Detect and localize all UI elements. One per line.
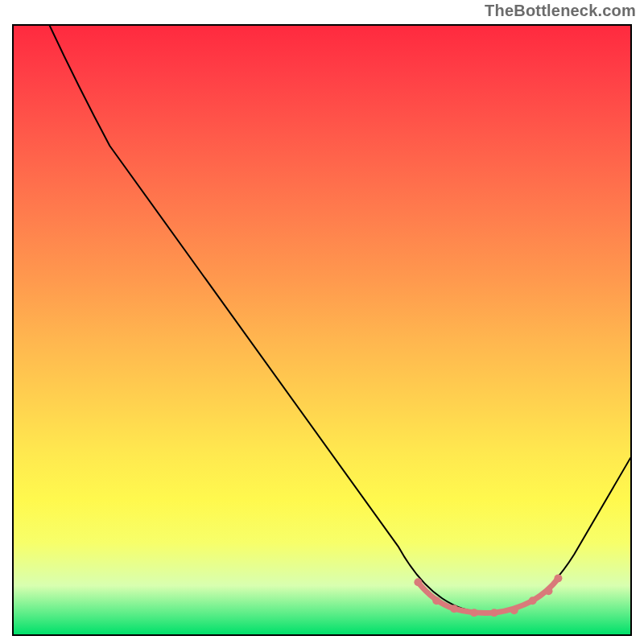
highlight-dot — [510, 606, 518, 614]
bottleneck-chart — [12, 24, 632, 636]
highlight-dot — [432, 597, 440, 605]
bottleneck-curve — [50, 26, 630, 613]
chart-svg — [14, 26, 630, 634]
highlight-dot — [554, 574, 562, 582]
highlight-dot — [470, 609, 478, 617]
highlight-dot — [414, 578, 422, 586]
highlight-dot — [529, 597, 537, 605]
highlight-dot — [545, 587, 553, 595]
highlight-dot — [450, 605, 458, 613]
watermark-text: TheBottleneck.com — [485, 2, 636, 20]
highlight-dot — [490, 609, 498, 617]
